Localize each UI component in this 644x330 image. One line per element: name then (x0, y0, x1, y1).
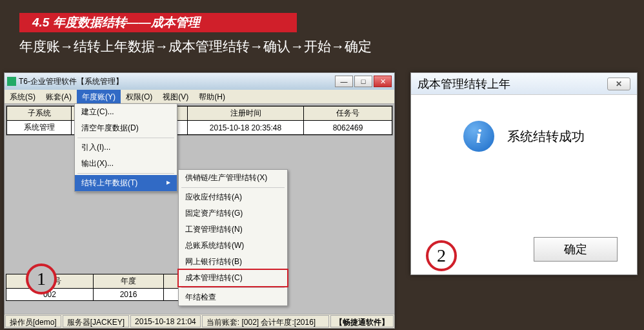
app-icon (7, 77, 16, 86)
cell-regtime: 2015-10-18 20:35:48 (188, 121, 304, 135)
titlebar: T6-企业管理软件【系统管理】 — □ ✕ (5, 73, 394, 90)
menu-system[interactable]: 系统(S) (5, 90, 41, 103)
status-time: 2015-10-18 21:04 (130, 315, 201, 327)
menu-item-gl[interactable]: 总账系统结转(W) (179, 238, 287, 254)
year-submenu: 建立(C)... 清空年度数据(D) 引入(I)... 输出(X)... 结转上… (74, 103, 177, 192)
cell-taskno: 8062469 (304, 121, 392, 135)
breadcrumb: 年度账→结转上年数据→成本管理结转→确认→开始→确定 (19, 37, 372, 56)
ok-button[interactable]: 确定 (534, 237, 618, 262)
menu-item-fa[interactable]: 固定资产结转(G) (179, 205, 287, 222)
menu-perm[interactable]: 权限(O) (121, 90, 157, 103)
dialog-close-button[interactable]: ✕ (607, 77, 630, 90)
info-icon: i (463, 121, 494, 152)
status-operator: 操作员[demo] (5, 315, 61, 327)
dialog-title: 成本管理结转上年 (418, 76, 510, 92)
step-circle-1: 1 (26, 263, 57, 294)
dialog-titlebar: 成本管理结转上年 ✕ (411, 73, 637, 95)
status-brand: 【畅捷通软件】 (330, 315, 394, 327)
window-title: T6-企业管理软件【系统管理】 (19, 76, 123, 87)
menu-item-wage[interactable]: 工资管理结转(N) (179, 222, 287, 238)
col-subsystem: 子系统 (7, 107, 72, 121)
menubar: 系统(S) 账套(A) 年度账(Y) 权限(O) 视图(V) 帮助(H) (5, 90, 394, 104)
statusbar: 操作员[demo] 服务器[JACKEY] 2015-10-18 21:04 当… (5, 314, 394, 328)
top-table: 子系统 运行状态 注册时间 任务号 系统管理 异常 2015-10-18 20:… (6, 105, 393, 136)
menu-account[interactable]: 账套(A) (41, 90, 77, 103)
maximize-button[interactable]: □ (354, 76, 372, 87)
menu-item-yearcheck[interactable]: 年结检查 (179, 289, 287, 305)
step-circle-2: 2 (426, 240, 457, 271)
menu-item-supply[interactable]: 供销链/生产管理结转(X) (179, 170, 287, 186)
menu-item-cost[interactable]: 成本管理结转(C) (179, 270, 287, 286)
menu-view[interactable]: 视图(V) (157, 90, 194, 103)
col-taskno: 任务号 (304, 107, 392, 121)
close-button[interactable]: ✕ (374, 76, 392, 87)
menu-item-create[interactable]: 建立(C)... (75, 104, 177, 120)
status-server: 服务器[JACKEY] (63, 315, 129, 327)
col-regtime: 注册时间 (188, 107, 304, 121)
carryforward-submenu: 供销链/生产管理结转(X) 应收应付结转(A) 固定资产结转(G) 工资管理结转… (178, 169, 288, 306)
menu-year[interactable]: 年度账(Y) (77, 90, 121, 103)
menu-item-export[interactable]: 输出(X)... (75, 156, 177, 172)
col-year: 年度 (93, 274, 163, 289)
minimize-button[interactable]: — (335, 76, 353, 87)
menu-item-bank[interactable]: 网上银行结转(B) (179, 254, 287, 270)
slide-section-title: 4.5 年度数据结转——成本管理 (19, 13, 297, 32)
chevron-right-icon: ▸ (166, 178, 170, 189)
cell-subsystem: 系统管理 (7, 121, 72, 135)
menu-item-ar[interactable]: 应收应付结转(A) (179, 189, 287, 205)
table-header-row: 子系统 运行状态 注册时间 任务号 (7, 107, 392, 121)
menu-help[interactable]: 帮助(H) (194, 90, 230, 103)
dialog-message: 系统结转成功 (507, 128, 585, 145)
status-account: 当前账套: [002] 会计年度:[2016] (202, 315, 329, 327)
menu-item-clear[interactable]: 清空年度数据(D) (75, 120, 177, 136)
menu-item-carryforward[interactable]: 结转上年数据(T)▸ (75, 175, 177, 191)
table-row: 系统管理 异常 2015-10-18 20:35:48 8062469 (7, 121, 392, 135)
menu-item-import[interactable]: 引入(I)... (75, 139, 177, 156)
cell-year: 2016 (93, 289, 163, 301)
